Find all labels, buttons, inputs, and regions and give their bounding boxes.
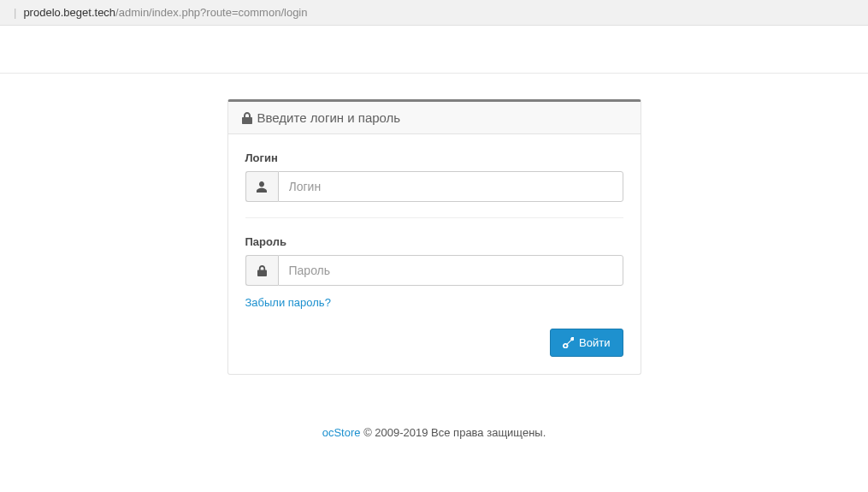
username-group: Логин xyxy=(245,151,623,218)
content-area: Введите логин и пароль Логин Пароль xyxy=(0,74,868,375)
password-input-group xyxy=(245,255,623,286)
user-icon xyxy=(245,171,278,202)
password-input[interactable] xyxy=(278,255,623,286)
panel-header: Введите логин и пароль xyxy=(228,102,641,134)
panel-title: Введите логин и пароль xyxy=(257,110,401,125)
copyright-text: © 2009-2019 Все права защищены. xyxy=(361,426,546,439)
forgot-password-link[interactable]: Забыли пароль? xyxy=(245,296,331,309)
button-row: Войти xyxy=(245,329,623,357)
username-input-group xyxy=(245,171,623,202)
lock-icon xyxy=(245,255,278,286)
key-icon xyxy=(563,337,574,348)
login-panel: Введите логин и пароль Логин Пароль xyxy=(227,99,641,375)
panel-body: Логин Пароль xyxy=(228,134,641,374)
password-group: Пароль Забыли пароль? xyxy=(245,235,623,310)
login-button-label: Войти xyxy=(579,336,610,349)
ocstore-link[interactable]: ocStore xyxy=(322,426,361,439)
login-button[interactable]: Войти xyxy=(550,329,623,357)
lock-icon xyxy=(242,112,252,124)
password-label: Пароль xyxy=(245,235,623,248)
url-domain: prodelo.beget.tech xyxy=(23,6,115,19)
username-label: Логин xyxy=(245,151,623,164)
url-text[interactable]: prodelo.beget.tech/admin/index.php?route… xyxy=(23,6,307,19)
url-path: /admin/index.php?route=common/login xyxy=(115,6,307,19)
browser-address-bar: | prodelo.beget.tech/admin/index.php?rou… xyxy=(0,0,868,26)
footer: ocStore © 2009-2019 Все права защищены. xyxy=(0,426,868,439)
address-separator: | xyxy=(14,6,16,19)
header-spacer xyxy=(0,26,868,74)
username-input[interactable] xyxy=(278,171,623,202)
